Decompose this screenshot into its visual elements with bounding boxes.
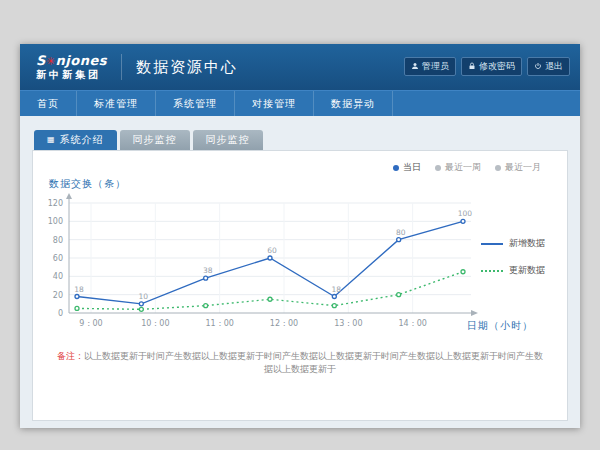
app-title: 数据资源中心 xyxy=(136,58,238,77)
chart-panel: 当日 最近一周 最近一月 数据交换（条） 0204060801001209：00… xyxy=(32,150,568,421)
nav-item-home[interactable]: 首页 xyxy=(20,91,77,117)
filter-last-week-label: 最近一周 xyxy=(445,161,481,174)
footnote: 备注：以上数据更新于时间产生数据以上数据更新于时间产生数据以上数据更新于时间产生… xyxy=(33,350,567,376)
company-logo: S✳njones 新中新集团 xyxy=(36,54,107,79)
svg-text:18: 18 xyxy=(332,285,342,294)
filter-last-week[interactable]: 最近一周 xyxy=(435,161,481,174)
tab-sync-monitor-2[interactable]: 同步监控 xyxy=(193,130,263,150)
line-chart: 0204060801001209：0010：0011：0012：0013：001… xyxy=(37,191,481,341)
nav-item-system-mgmt[interactable]: 系统管理 xyxy=(156,91,235,117)
footnote-label: 备注： xyxy=(57,351,84,361)
filter-dot xyxy=(435,165,441,171)
tab-sync-monitor-1-label: 同步监控 xyxy=(133,133,177,147)
filter-last-month-label: 最近一月 xyxy=(505,161,541,174)
logo-subtitle: 新中新集团 xyxy=(36,69,107,80)
svg-text:12：00: 12：00 xyxy=(270,319,298,328)
svg-text:10: 10 xyxy=(139,292,149,301)
app-window: S✳njones 新中新集团 数据资源中心 管理员 修改密码 xyxy=(20,44,580,428)
nav-item-data-change[interactable]: 数据异动 xyxy=(314,91,393,117)
x-axis-title: 日期（小时） xyxy=(467,319,533,333)
svg-text:120: 120 xyxy=(48,199,63,208)
header: S✳njones 新中新集团 数据资源中心 管理员 修改密码 xyxy=(20,44,580,90)
svg-text:9：00: 9：00 xyxy=(79,319,102,328)
legend-new-data[interactable]: 新增数据 xyxy=(481,237,545,250)
svg-text:80: 80 xyxy=(396,228,406,237)
header-actions: 管理员 修改密码 退出 xyxy=(404,57,570,76)
svg-text:0: 0 xyxy=(58,309,63,318)
filter-last-month[interactable]: 最近一月 xyxy=(495,161,541,174)
nav-item-connect-mgmt[interactable]: 对接管理 xyxy=(235,91,314,117)
tab-system-intro[interactable]: ▦ 系统介绍 xyxy=(34,130,117,150)
solid-line-icon xyxy=(481,243,503,245)
header-divider xyxy=(121,54,122,80)
svg-text:20: 20 xyxy=(53,291,63,300)
logo-wordmark: S✳njones xyxy=(36,54,107,68)
y-axis-title: 数据交换（条） xyxy=(49,177,126,191)
svg-text:100: 100 xyxy=(458,209,473,218)
svg-text:60: 60 xyxy=(267,246,277,255)
svg-text:40: 40 xyxy=(53,272,63,281)
svg-text:13：00: 13：00 xyxy=(334,319,362,328)
main-nav: 首页 标准管理 系统管理 对接管理 数据异动 xyxy=(20,90,580,117)
tab-bar: ▦ 系统介绍 同步监控 同步监控 xyxy=(32,130,568,150)
svg-text:10：00: 10：00 xyxy=(141,319,169,328)
user-icon xyxy=(411,62,419,72)
logo-flower-icon: ✳ xyxy=(46,55,56,68)
svg-text:14：00: 14：00 xyxy=(398,319,426,328)
filter-dot xyxy=(495,165,501,171)
power-icon xyxy=(534,62,542,72)
content-area: ▦ 系统介绍 同步监控 同步监控 当日 最近一周 xyxy=(20,116,580,428)
series-legend: 新增数据 更新数据 xyxy=(481,237,545,277)
svg-text:100: 100 xyxy=(48,217,63,226)
nav-item-standard-mgmt[interactable]: 标准管理 xyxy=(77,91,156,117)
legend-updated-data[interactable]: 更新数据 xyxy=(481,264,545,277)
lock-icon xyxy=(468,62,476,72)
logout-label: 退出 xyxy=(545,60,563,73)
logout-button[interactable]: 退出 xyxy=(527,57,570,76)
change-password-label: 修改密码 xyxy=(479,60,515,73)
tab-sync-monitor-2-label: 同步监控 xyxy=(206,133,250,147)
tab-sync-monitor-1[interactable]: 同步监控 xyxy=(120,130,190,150)
legend-new-data-label: 新增数据 xyxy=(509,237,545,250)
grid-icon: ▦ xyxy=(47,136,56,144)
admin-button[interactable]: 管理员 xyxy=(404,57,456,76)
svg-text:80: 80 xyxy=(53,236,63,245)
svg-text:60: 60 xyxy=(53,254,63,263)
time-filter-legend: 当日 最近一周 最近一月 xyxy=(393,161,541,174)
svg-text:38: 38 xyxy=(203,266,213,275)
filter-dot xyxy=(393,165,399,171)
svg-text:11：00: 11：00 xyxy=(205,319,233,328)
filter-today-label: 当日 xyxy=(403,161,421,174)
tab-system-intro-label: 系统介绍 xyxy=(60,133,104,147)
footnote-text: 以上数据更新于时间产生数据以上数据更新于时间产生数据以上数据更新于时间产生数据以… xyxy=(84,351,543,374)
change-password-button[interactable]: 修改密码 xyxy=(461,57,522,76)
admin-button-label: 管理员 xyxy=(422,60,449,73)
legend-updated-data-label: 更新数据 xyxy=(509,264,545,277)
dotted-line-icon xyxy=(481,270,503,272)
svg-text:18: 18 xyxy=(74,285,84,294)
filter-today[interactable]: 当日 xyxy=(393,161,421,174)
